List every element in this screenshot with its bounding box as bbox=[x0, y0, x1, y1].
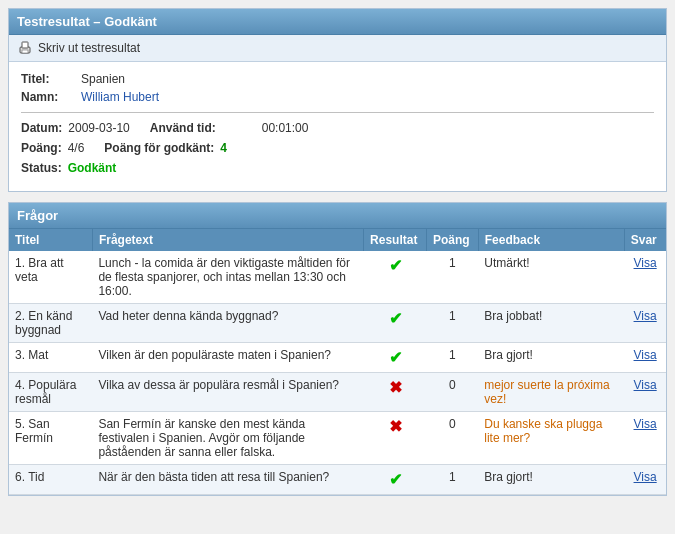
cell-result: ✔ bbox=[364, 465, 427, 495]
result-card-header: Testresultat – Godkänt bbox=[9, 9, 666, 35]
visa-link[interactable]: Visa bbox=[634, 470, 657, 484]
table-header-row: Titel Frågetext Resultat Poäng Feedback … bbox=[9, 229, 666, 251]
col-header-title: Titel bbox=[9, 229, 92, 251]
cell-points: 1 bbox=[426, 304, 478, 343]
poang-value: 4/6 bbox=[68, 141, 85, 155]
cell-answer: Visa bbox=[624, 304, 666, 343]
cell-feedback: Du kanske ska plugga lite mer? bbox=[478, 412, 624, 465]
titel-value: Spanien bbox=[81, 72, 125, 86]
check-icon: ✔ bbox=[389, 471, 402, 488]
card-toolbar: Skriv ut testresultat bbox=[9, 35, 666, 62]
table-row: 1. Bra att veta Lunch - la comida är den… bbox=[9, 251, 666, 304]
svg-rect-1 bbox=[22, 42, 28, 48]
cell-question: Vilken är den populäraste maten i Spanie… bbox=[92, 343, 363, 373]
cell-result: ✖ bbox=[364, 373, 427, 412]
cell-feedback: mejor suerte la próxima vez! bbox=[478, 373, 624, 412]
table-head: Titel Frågetext Resultat Poäng Feedback … bbox=[9, 229, 666, 251]
page-wrapper: Testresultat – Godkänt Skriv ut testresu… bbox=[0, 0, 675, 514]
cell-result: ✔ bbox=[364, 343, 427, 373]
meta-row-2: Poäng: 4/6 Poäng för godkänt: 4 bbox=[21, 141, 654, 158]
col-header-answer: Svar bbox=[624, 229, 666, 251]
cell-answer: Visa bbox=[624, 343, 666, 373]
cell-points: 0 bbox=[426, 373, 478, 412]
questions-card-title: Frågor bbox=[17, 208, 58, 223]
cell-title: 5. San Fermín bbox=[9, 412, 92, 465]
anvand-tid-value: 00:01:00 bbox=[262, 121, 309, 135]
table-row: 5. San Fermín San Fermín är kanske den m… bbox=[9, 412, 666, 465]
cell-title: 4. Populära resmål bbox=[9, 373, 92, 412]
print-icon bbox=[17, 40, 33, 56]
cell-answer: Visa bbox=[624, 251, 666, 304]
cell-question: San Fermín är kanske den mest kända fest… bbox=[92, 412, 363, 465]
namn-label: Namn: bbox=[21, 90, 81, 104]
svg-rect-2 bbox=[22, 50, 28, 53]
datum-label: Datum: bbox=[21, 121, 62, 135]
print-label: Skriv ut testresultat bbox=[38, 41, 140, 55]
cell-points: 0 bbox=[426, 412, 478, 465]
table-row: 2. En känd byggnad Vad heter denna kända… bbox=[9, 304, 666, 343]
divider bbox=[21, 112, 654, 113]
questions-card: Frågor Titel Frågetext Resultat Poäng Fe… bbox=[8, 202, 667, 496]
cell-answer: Visa bbox=[624, 465, 666, 495]
visa-link[interactable]: Visa bbox=[634, 309, 657, 323]
col-header-result: Resultat bbox=[364, 229, 427, 251]
questions-card-header: Frågor bbox=[9, 203, 666, 229]
titel-row: Titel: Spanien bbox=[21, 72, 654, 86]
cell-question: Lunch - la comida är den viktigaste målt… bbox=[92, 251, 363, 304]
meta-row-3: Status: Godkänt bbox=[21, 161, 654, 178]
cell-feedback: Bra jobbat! bbox=[478, 304, 624, 343]
print-link[interactable]: Skriv ut testresultat bbox=[38, 41, 140, 55]
table-row: 3. Mat Vilken är den populäraste maten i… bbox=[9, 343, 666, 373]
visa-link[interactable]: Visa bbox=[634, 348, 657, 362]
cell-points: 1 bbox=[426, 465, 478, 495]
titel-label: Titel: bbox=[21, 72, 81, 86]
cell-result: ✔ bbox=[364, 251, 427, 304]
questions-table: Titel Frågetext Resultat Poäng Feedback … bbox=[9, 229, 666, 495]
anvand-tid-label: Använd tid: bbox=[150, 121, 216, 135]
visa-link[interactable]: Visa bbox=[634, 417, 657, 431]
cross-icon: ✖ bbox=[389, 418, 402, 435]
datum-item: Datum: 2009-03-10 bbox=[21, 121, 130, 135]
cross-icon: ✖ bbox=[389, 379, 402, 396]
poang-godkant-value: 4 bbox=[220, 141, 227, 155]
col-header-feedback: Feedback bbox=[478, 229, 624, 251]
cell-feedback: Bra gjort! bbox=[478, 343, 624, 373]
col-header-question: Frågetext bbox=[92, 229, 363, 251]
check-icon: ✔ bbox=[389, 349, 402, 366]
poang-godkant-item: Poäng för godkänt: 4 bbox=[104, 141, 227, 155]
table-row: 6. Tid När är den bästa tiden att resa t… bbox=[9, 465, 666, 495]
status-label: Status: bbox=[21, 161, 62, 175]
cell-points: 1 bbox=[426, 343, 478, 373]
poang-godkant-label: Poäng för godkänt: bbox=[104, 141, 214, 155]
result-card-title: Testresultat – Godkänt bbox=[17, 14, 157, 29]
poang-label: Poäng: bbox=[21, 141, 62, 155]
cell-question: När är den bästa tiden att resa till Spa… bbox=[92, 465, 363, 495]
cell-title: 2. En känd byggnad bbox=[9, 304, 92, 343]
cell-title: 6. Tid bbox=[9, 465, 92, 495]
cell-feedback: Bra gjort! bbox=[478, 465, 624, 495]
cell-points: 1 bbox=[426, 251, 478, 304]
status-item: Status: Godkänt bbox=[21, 161, 116, 175]
cell-answer: Visa bbox=[624, 373, 666, 412]
cell-title: 3. Mat bbox=[9, 343, 92, 373]
result-card: Testresultat – Godkänt Skriv ut testresu… bbox=[8, 8, 667, 192]
namn-value: William Hubert bbox=[81, 90, 159, 104]
visa-link[interactable]: Visa bbox=[634, 378, 657, 392]
meta-row-1: Datum: 2009-03-10 Använd tid: 00:01:00 bbox=[21, 121, 654, 138]
table-row: 4. Populära resmål Vilka av dessa är pop… bbox=[9, 373, 666, 412]
cell-question: Vilka av dessa är populära resmål i Span… bbox=[92, 373, 363, 412]
col-header-points: Poäng bbox=[426, 229, 478, 251]
cell-answer: Visa bbox=[624, 412, 666, 465]
cell-feedback: Utmärkt! bbox=[478, 251, 624, 304]
check-icon: ✔ bbox=[389, 257, 402, 274]
anvand-tid-item: Använd tid: 00:01:00 bbox=[150, 121, 309, 135]
datum-value: 2009-03-10 bbox=[68, 121, 129, 135]
check-icon: ✔ bbox=[389, 310, 402, 327]
poang-item: Poäng: 4/6 bbox=[21, 141, 84, 155]
table-body: 1. Bra att veta Lunch - la comida är den… bbox=[9, 251, 666, 495]
result-card-body: Titel: Spanien Namn: William Hubert Datu… bbox=[9, 62, 666, 191]
cell-result: ✖ bbox=[364, 412, 427, 465]
cell-question: Vad heter denna kända byggnad? bbox=[92, 304, 363, 343]
cell-result: ✔ bbox=[364, 304, 427, 343]
visa-link[interactable]: Visa bbox=[634, 256, 657, 270]
